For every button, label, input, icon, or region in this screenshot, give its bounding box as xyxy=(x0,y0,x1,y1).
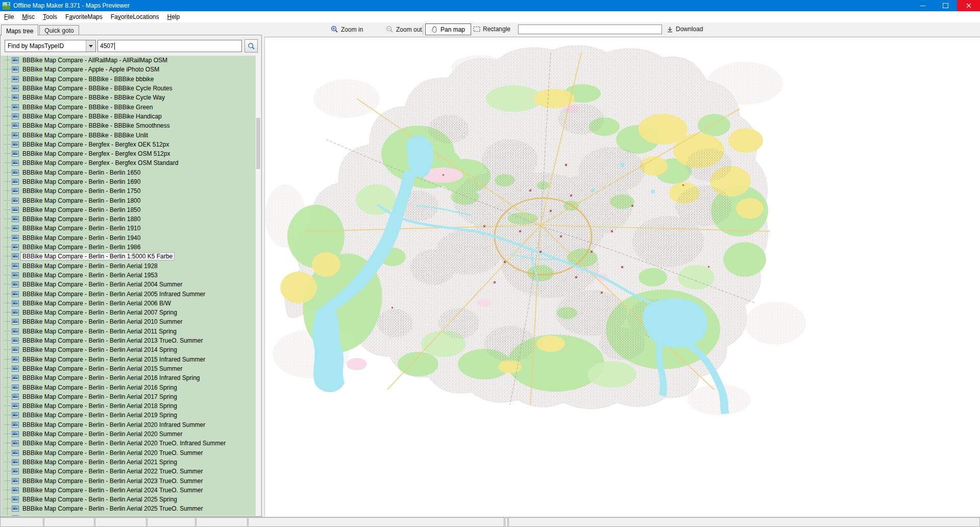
tree-item[interactable]: BBBike Map Compare - Berlin - Berlin 198… xyxy=(4,243,256,252)
map-thumbnail-icon xyxy=(12,104,19,110)
tree-item[interactable]: BBBike Map Compare - Berlin - Berlin 191… xyxy=(4,224,256,233)
tree-item[interactable]: BBBike Map Compare - Berlin - Berlin Aer… xyxy=(4,467,256,476)
tree-connector xyxy=(4,237,11,238)
tree-item-label: BBBike Map Compare - Bergfex - Bergfex O… xyxy=(21,159,180,166)
menu-item[interactable]: File xyxy=(0,12,18,22)
tree-item[interactable]: BBBike Map Compare - BBBike - BBBike Cyc… xyxy=(4,93,256,102)
tree-item[interactable]: BBBike Map Compare - Berlin - Berlin Aer… xyxy=(4,355,256,364)
tab-quick-goto[interactable]: Quick goto xyxy=(39,25,79,35)
tree-item[interactable]: BBBike Map Compare - Berlin - Berlin Aer… xyxy=(4,401,256,411)
tree-item[interactable]: BBBike Map Compare - Berlin - Berlin Aer… xyxy=(4,299,256,308)
tree-connector xyxy=(4,434,11,435)
tree-item[interactable]: BBBike Map Compare - Berlin - Berlin Aer… xyxy=(4,327,256,336)
status-cell xyxy=(505,517,508,527)
download-button[interactable]: Download xyxy=(667,26,703,33)
tree-item[interactable]: BBBike Map Compare - Bergfex - Bergfex O… xyxy=(4,158,256,167)
minimize-button[interactable] xyxy=(911,0,934,11)
tree-item[interactable]: BBBike Map Compare - Berlin - Berlin Aer… xyxy=(4,261,256,271)
tree-item[interactable]: BBBike Map Compare - Berlin - Berlin Aer… xyxy=(4,271,256,280)
find-by-dropdown[interactable]: Find by MapsTypeID xyxy=(5,40,96,52)
find-by-value: Find by MapsTypeID xyxy=(5,42,86,50)
search-button[interactable] xyxy=(244,39,258,53)
tree-item[interactable]: BBBike Map Compare - Berlin - Berlin Aer… xyxy=(4,448,256,457)
tree-item[interactable]: BBBike Map Compare - Berlin - Berlin Aer… xyxy=(4,458,256,467)
search-input[interactable]: 4507 xyxy=(97,40,242,52)
menu-item[interactable]: FavoriteLocations xyxy=(107,12,163,22)
tree-item[interactable]: BBBike Map Compare - Berlin - Berlin 180… xyxy=(4,196,256,205)
tree-item[interactable]: BBBike Map Compare - Berlin - Berlin 175… xyxy=(4,186,256,196)
menu-item[interactable]: FavoriteMaps xyxy=(61,12,107,22)
tree-item[interactable]: BBBike Map Compare - BBBike - BBBike Gre… xyxy=(4,102,256,111)
tree-item[interactable]: BBBike Map Compare - Berlin - Berlin Aer… xyxy=(4,289,256,298)
map-thumbnail-icon xyxy=(12,198,19,204)
chevron-down-icon[interactable] xyxy=(86,40,95,52)
tree-item[interactable]: BBBike Map Compare - Berlin - Berlin Aer… xyxy=(4,439,256,448)
tree-item[interactable]: BBBike Map Compare - Berlin - Berlin Aer… xyxy=(4,504,256,513)
menu-item[interactable]: Help xyxy=(163,12,184,22)
tree-item[interactable]: BBBike Map Compare - Berlin - Berlin Aer… xyxy=(4,411,256,420)
tree-connector xyxy=(4,368,11,369)
tree-item[interactable]: BBBike Map Compare - Berlin - Berlin Aer… xyxy=(4,336,256,345)
tree-item[interactable]: BBBike Map Compare - Berlin - Berlin 169… xyxy=(4,177,256,186)
menu-item[interactable]: Tools xyxy=(39,12,61,22)
tree-connector xyxy=(4,181,11,182)
tree-item[interactable]: BBBike Map Compare - Berlin - Berlin Aer… xyxy=(4,420,256,429)
tree-item[interactable]: BBBike Map Compare - Berlin - Berlin 1:5… xyxy=(4,252,256,261)
map-preview[interactable] xyxy=(265,37,980,517)
tree-scrollbar[interactable] xyxy=(255,56,261,516)
tree-item[interactable]: BBBike Map Compare - Apple - Apple iPhot… xyxy=(4,65,256,74)
tab-maps-tree[interactable]: Maps tree xyxy=(1,25,38,36)
map-thumbnail-icon xyxy=(12,478,19,484)
tree-item[interactable]: BBBike Map Compare - Berlin - Berlin Aer… xyxy=(4,280,256,289)
tree-item[interactable]: BBBike Map Compare - Berlin - Berlin Aer… xyxy=(4,486,256,495)
close-button[interactable] xyxy=(957,0,980,11)
tree-item[interactable]: BBBike Map Compare - Berlin - Berlin Geb… xyxy=(4,514,256,516)
zoom-out-label: Zoom out xyxy=(396,26,422,33)
app-icon[interactable] xyxy=(3,2,10,10)
pan-map-button[interactable]: Pan map xyxy=(425,23,471,35)
tree-scrollbar-thumb[interactable] xyxy=(256,118,260,169)
tree-item[interactable]: BBBike Map Compare - Berlin - Berlin Aer… xyxy=(4,364,256,373)
tree-item-label: BBBike Map Compare - Berlin - Berlin Aer… xyxy=(21,459,179,466)
tree-connector xyxy=(4,88,11,89)
app-window: Offline Map Maker 8.371 - Maps Previewer… xyxy=(0,0,980,527)
map-thumbnail-icon xyxy=(12,431,19,437)
tree-item[interactable]: BBBike Map Compare - Berlin - Berlin 185… xyxy=(4,205,256,214)
tree-item-label: BBBike Map Compare - BBBike - BBBike bbb… xyxy=(21,76,155,83)
tree-connector xyxy=(4,256,11,257)
tree-item[interactable]: BBBike Map Compare - Berlin - Berlin Aer… xyxy=(4,476,256,485)
status-cell xyxy=(44,517,94,527)
tree-connector xyxy=(4,116,11,117)
tree-item[interactable]: BBBike Map Compare - Berlin - Berlin Aer… xyxy=(4,373,256,382)
rectangle-button[interactable]: Rectangle xyxy=(473,26,510,33)
tree-connector xyxy=(4,107,11,108)
tree-item[interactable]: BBBike Map Compare - Bergfex - Bergfex O… xyxy=(4,149,256,158)
tree-item-label: BBBike Map Compare - Berlin - Berlin Aer… xyxy=(21,365,184,372)
tree-item[interactable]: BBBike Map Compare - Berlin - Berlin Aer… xyxy=(4,429,256,439)
tree-item[interactable]: BBBike Map Compare - Berlin - Berlin 165… xyxy=(4,168,256,177)
tree-item[interactable]: BBBike Map Compare - Berlin - Berlin 188… xyxy=(4,214,256,224)
map-thumbnail-icon xyxy=(12,188,19,194)
maximize-button[interactable] xyxy=(934,0,957,11)
tree-item[interactable]: BBBike Map Compare - BBBike - BBBike Smo… xyxy=(4,121,256,130)
tree-item[interactable]: BBBike Map Compare - Bergfex - Bergfex O… xyxy=(4,140,256,149)
zoom-in-button[interactable]: Zoom in xyxy=(331,26,363,33)
tree-item[interactable]: BBBike Map Compare - Berlin - Berlin Aer… xyxy=(4,345,256,354)
tree-item[interactable]: BBBike Map Compare - Berlin - Berlin Aer… xyxy=(4,382,256,392)
tree-item[interactable]: BBBike Map Compare - Berlin - Berlin 194… xyxy=(4,233,256,243)
map-thumbnail-icon xyxy=(12,85,19,91)
tree-item[interactable]: BBBike Map Compare - BBBike - BBBike bbb… xyxy=(4,75,256,84)
tree-item[interactable]: BBBike Map Compare - BBBike - BBBike Cyc… xyxy=(4,84,256,93)
toolbar-input[interactable] xyxy=(518,25,662,34)
tree-item[interactable]: BBBike Map Compare - BBBike - BBBike Unl… xyxy=(4,130,256,139)
tree-item[interactable]: BBBike Map Compare - AllRailMap - AllRai… xyxy=(4,56,256,65)
tree-item[interactable]: BBBike Map Compare - Berlin - Berlin Aer… xyxy=(4,495,256,504)
tree-item[interactable]: BBBike Map Compare - BBBike - BBBike Han… xyxy=(4,112,256,121)
tree-item[interactable]: BBBike Map Compare - Berlin - Berlin Aer… xyxy=(4,392,256,401)
menu-item[interactable]: Misc xyxy=(18,12,39,22)
tree-item[interactable]: BBBike Map Compare - Berlin - Berlin Aer… xyxy=(4,317,256,326)
tree-connector xyxy=(4,462,11,463)
zoom-out-button[interactable]: Zoom out xyxy=(386,26,422,33)
tree-item[interactable]: BBBike Map Compare - Berlin - Berlin Aer… xyxy=(4,308,256,317)
tree-item-label: BBBike Map Compare - Berlin - Berlin 175… xyxy=(21,187,142,195)
